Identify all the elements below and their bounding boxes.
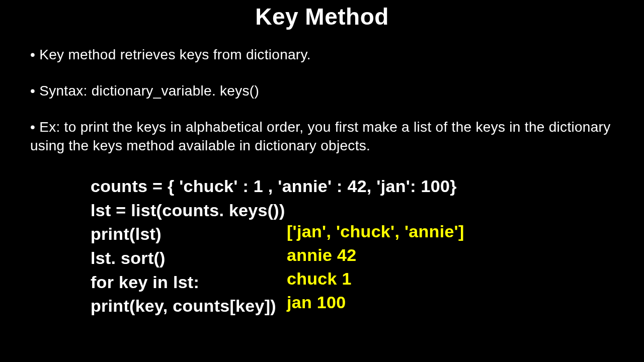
- bullet-text: Key method retrieves keys from dictionar…: [39, 47, 311, 62]
- bullet-list: • Key method retrieves keys from diction…: [0, 30, 644, 155]
- output-line: jan 100: [287, 291, 464, 314]
- output-block: ['jan', 'chuck', 'annie'] annie 42 chuck…: [287, 220, 464, 314]
- bullet-text: Ex: to print the keys in alphabetical or…: [30, 119, 611, 154]
- bullet-dot-icon: •: [30, 47, 39, 62]
- slide-title: Key Method: [0, 0, 644, 30]
- output-line: annie 42: [287, 243, 464, 267]
- bullet-dot-icon: •: [30, 119, 39, 135]
- content-area: counts = { 'chuck' : 1 , 'annie' : 42, '…: [0, 172, 644, 318]
- code-line: lst = list(counts. keys()): [91, 199, 644, 223]
- bullet-text: Syntax: dictionary_variable. keys(): [39, 83, 259, 99]
- output-line: chuck 1: [287, 267, 464, 291]
- bullet-item: • Ex: to print the keys in alphabetical …: [30, 118, 614, 156]
- bullet-item: • Key method retrieves keys from diction…: [30, 45, 614, 64]
- slide: Key Method • Key method retrieves keys f…: [0, 0, 644, 362]
- code-line: counts = { 'chuck' : 1 , 'annie' : 42, '…: [91, 174, 644, 199]
- bullet-dot-icon: •: [30, 83, 39, 99]
- output-line: ['jan', 'chuck', 'annie']: [287, 220, 464, 243]
- bullet-item: • Syntax: dictionary_variable. keys(): [30, 81, 614, 101]
